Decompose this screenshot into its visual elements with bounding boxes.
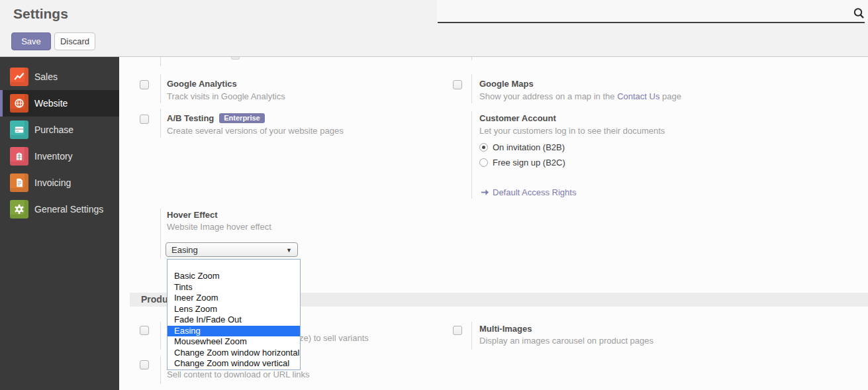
scroll-remnant-checkbox <box>231 57 240 60</box>
ab-testing-description: Create several versions of your website … <box>167 126 344 136</box>
dropdown-option[interactable]: Tints <box>168 282 300 293</box>
customer-account-description: Let your customers log in to see their d… <box>479 126 665 136</box>
search-bar <box>437 0 868 23</box>
discard-button[interactable]: Discard <box>54 32 95 50</box>
variants-description-fragment: ze) to sell variants <box>299 333 369 343</box>
inventory-building-icon <box>10 147 28 166</box>
radio-button-icon[interactable] <box>479 143 488 152</box>
block-separator <box>471 74 472 103</box>
block-separator <box>471 322 472 350</box>
google-analytics-description: Track visits in Google Analytics <box>167 91 285 101</box>
multi-images-checkbox[interactable] <box>453 326 462 335</box>
link-label: Default Access Rights <box>493 187 576 197</box>
google-maps-checkbox[interactable] <box>453 80 462 89</box>
hover-effect-select[interactable]: Easing ▼ <box>166 242 298 257</box>
gear-icon <box>10 200 28 219</box>
dropdown-option[interactable]: Change Zoom window vertical <box>168 358 300 369</box>
app-sidebar: Sales Website Purchase <box>0 57 119 390</box>
sidebar-item-invoicing[interactable]: Invoicing <box>0 170 119 196</box>
description-text: page <box>659 91 681 101</box>
block-separator <box>160 356 161 384</box>
dropdown-option[interactable]: Basic Zoom <box>168 271 300 282</box>
page-title: Settings <box>13 6 68 22</box>
top-header: Settings Save Discard <box>0 0 868 57</box>
block-separator <box>160 109 161 138</box>
variants-checkbox[interactable] <box>140 326 149 335</box>
google-analytics-title: Google Analytics <box>167 79 237 89</box>
title-text: A/B Testing <box>167 113 214 123</box>
digital-content-checkbox[interactable] <box>140 360 149 369</box>
dropdown-option[interactable]: Mousewheel Zoom <box>168 336 300 348</box>
block-separator <box>471 111 472 199</box>
block-separator <box>160 209 161 258</box>
sidebar-item-label: Inventory <box>34 151 73 162</box>
sidebar-item-sales[interactable]: Sales <box>0 64 119 90</box>
dropdown-option-empty[interactable] <box>168 260 300 271</box>
dropdown-option[interactable]: Fade In/Fade Out <box>168 315 300 326</box>
ab-testing-checkbox[interactable] <box>140 115 149 124</box>
ab-testing-title: A/B TestingEnterprise <box>167 113 265 124</box>
radio-label: Free sign up (B2C) <box>493 158 565 168</box>
radio-free-signup[interactable]: Free sign up (B2C) <box>479 158 565 168</box>
multi-images-description: Display an images carousel on product pa… <box>479 336 653 346</box>
multi-images-title: Multi-Images <box>479 324 532 334</box>
dropdown-option[interactable]: Change Zoom window horizontal <box>168 348 300 359</box>
settings-content: Google Analytics Track visits in Google … <box>119 57 868 390</box>
digital-content-description: Sell content to download or URL links <box>167 369 310 379</box>
google-maps-title: Google Maps <box>479 79 534 89</box>
sidebar-item-website[interactable]: Website <box>0 90 119 117</box>
purchase-card-icon <box>10 121 28 139</box>
dropdown-option[interactable]: Lens Zoom <box>168 304 300 315</box>
block-separator <box>160 74 161 103</box>
default-access-rights-link[interactable]: Default Access Rights <box>481 187 576 197</box>
sidebar-item-label: Website <box>34 98 68 109</box>
chevron-down-icon: ▼ <box>286 247 292 254</box>
sidebar-item-label: General Settings <box>34 204 103 215</box>
sidebar-item-label: Purchase <box>34 124 73 135</box>
radio-on-invitation[interactable]: On invitation (B2B) <box>479 142 565 152</box>
sales-chart-icon <box>10 68 28 86</box>
arrow-right-icon <box>481 188 489 197</box>
block-separator <box>160 322 161 350</box>
radio-button-icon[interactable] <box>479 158 488 167</box>
sidebar-item-label: Invoicing <box>34 177 71 188</box>
contact-us-link[interactable]: Contact Us <box>617 91 659 101</box>
invoicing-document-icon <box>10 173 28 192</box>
website-globe-icon <box>10 94 28 113</box>
save-button[interactable]: Save <box>11 32 51 50</box>
sidebar-item-general-settings[interactable]: General Settings <box>0 196 119 222</box>
sidebar-item-purchase[interactable]: Purchase <box>0 117 119 143</box>
scroll-remnant-separator <box>160 57 161 66</box>
enterprise-badge: Enterprise <box>219 113 264 123</box>
product-section-heading: Produ <box>141 294 168 305</box>
google-analytics-checkbox[interactable] <box>140 80 149 89</box>
customer-account-title: Customer Account <box>479 113 556 123</box>
dropdown-option[interactable]: Ineer Zoom <box>168 293 300 304</box>
search-icon[interactable] <box>853 7 865 19</box>
hover-effect-description: Website Image hover effect <box>167 222 271 232</box>
scroll-remnant-separator <box>471 57 472 60</box>
hover-effect-dropdown-list: Basic Zoom Tints Ineer Zoom Lens Zoom Fa… <box>167 259 301 370</box>
search-underline <box>438 22 865 23</box>
google-maps-description: Show your address on a map in the Contac… <box>479 91 681 101</box>
sidebar-item-inventory[interactable]: Inventory <box>0 143 119 170</box>
dropdown-option-highlighted[interactable]: Easing <box>168 326 300 337</box>
radio-label: On invitation (B2B) <box>493 142 565 152</box>
sidebar-item-label: Sales <box>34 72 58 82</box>
hover-effect-title: Hover Effect <box>167 210 218 220</box>
description-text: Show your address on a map in the <box>479 91 617 101</box>
select-value: Easing <box>171 245 198 255</box>
